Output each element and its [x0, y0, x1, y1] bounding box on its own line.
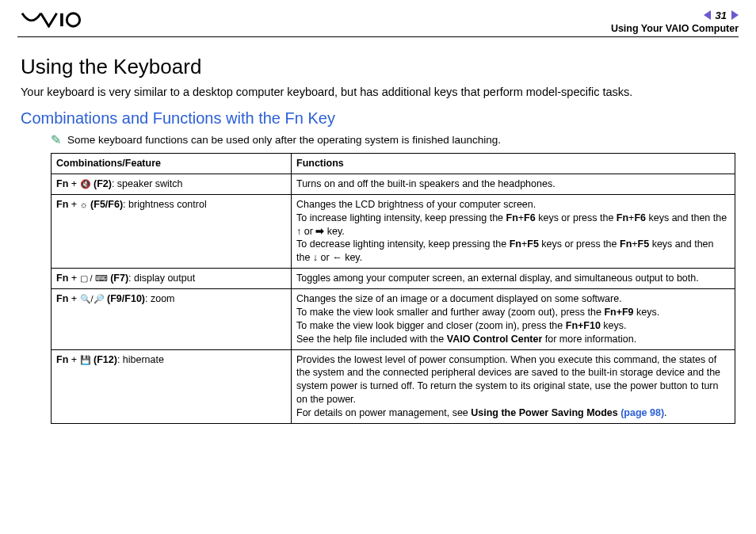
table-row: Fn + 🔇 (F2): speaker switchTurns on and … [52, 174, 735, 194]
subsection-title: Combinations and Functions with the Fn K… [21, 109, 735, 128]
table-header-functions: Functions [292, 154, 735, 174]
prev-page-button[interactable] [704, 10, 711, 20]
page-number: 31 [716, 10, 727, 21]
combination-cell: Fn + 💾 (F12): hibernate [52, 349, 292, 423]
table-row: Fn + ▢ / ⌨ (F7): display outputToggles a… [52, 269, 735, 289]
next-page-button[interactable] [731, 10, 739, 20]
section-heading: Using Your VAIO Computer [611, 23, 739, 34]
table-row: Fn + 🔍/🔎 (F9/F10): zoomChanges the size … [52, 289, 735, 350]
combination-cell: Fn + ▢ / ⌨ (F7): display output [52, 269, 292, 289]
note-text: Some keyboard functions can be used only… [67, 134, 501, 146]
combination-cell: Fn + ☼ (F5/F6): brightness control [52, 194, 292, 268]
function-cell: Turns on and off the built-in speakers a… [292, 174, 735, 194]
table-header-combinations: Combinations/Feature [52, 154, 292, 174]
table-row: Fn + ☼ (F5/F6): brightness controlChange… [52, 194, 735, 268]
combination-cell: Fn + 🔇 (F2): speaker switch [52, 174, 292, 194]
vaio-logo [17, 12, 105, 31]
table-row: Fn + 💾 (F12): hibernateProvides the lowe… [52, 349, 735, 423]
function-cell: Changes the LCD brightness of your compu… [292, 194, 735, 268]
function-cell: Provides the lowest level of power consu… [292, 349, 735, 423]
intro-text: Your keyboard is very similar to a deskt… [21, 86, 735, 98]
combination-cell: Fn + 🔍/🔎 (F9/F10): zoom [52, 289, 292, 350]
svg-point-1 [67, 13, 79, 26]
page-title: Using the Keyboard [21, 55, 735, 79]
function-cell: Toggles among your computer screen, an e… [292, 269, 735, 289]
function-cell: Changes the size of an image or a docume… [292, 289, 735, 350]
fn-key-table: Combinations/Feature Functions Fn + 🔇 (F… [51, 153, 735, 424]
svg-rect-0 [60, 13, 63, 26]
note-icon: ✎ [51, 134, 61, 147]
